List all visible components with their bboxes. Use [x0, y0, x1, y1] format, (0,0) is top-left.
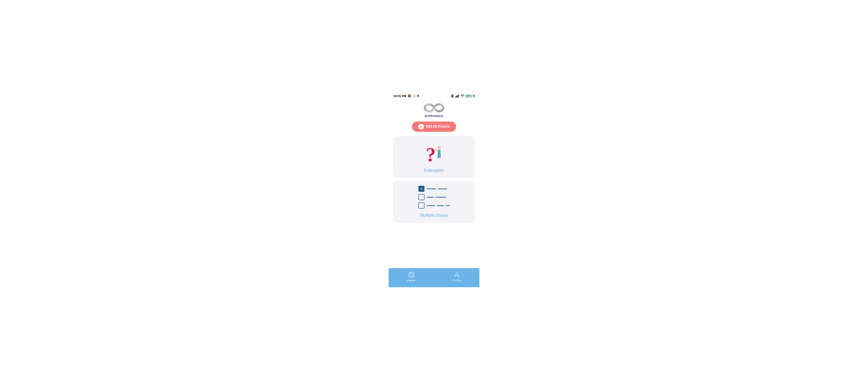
home-icon: ?: [408, 272, 414, 278]
lines-2: [427, 197, 446, 198]
svg-rect-2: [457, 95, 458, 97]
svg-rect-1: [456, 96, 457, 97]
wifi-icon: [460, 94, 465, 97]
multiple-choice-card[interactable]: Multiple choice: [393, 181, 475, 222]
logo-container: Arithmatrix: [424, 102, 444, 118]
charging-icon: [473, 94, 475, 97]
profile-icon: [454, 272, 460, 278]
svg-line-9: [435, 150, 438, 151]
checkbox-row-2: [418, 194, 450, 200]
checkbox-1: [418, 186, 425, 192]
time-display: 10:51 PM: [393, 94, 406, 98]
estimation-illustration: ?: [425, 143, 443, 165]
star-icon: ★: [418, 124, 424, 129]
estimation-label: Estimation: [424, 168, 444, 173]
signal-icon: [455, 94, 459, 97]
estimation-card[interactable]: ? Estimation: [393, 136, 475, 178]
nav-item-profile[interactable]: Profile: [434, 268, 479, 287]
checkbox-2: [418, 194, 425, 200]
nav-home-label: Home: [407, 279, 415, 282]
main-content: Arithmatrix ★ 933.00 Points ?: [389, 100, 479, 268]
estimation-icon-area: ?: [425, 142, 443, 165]
checkbox-row-1: [418, 186, 450, 192]
clipboard-icon: 📋: [412, 94, 416, 97]
svg-text:?: ?: [426, 144, 436, 165]
nav-profile-label: Profile: [453, 279, 461, 282]
dollar-icon: ₡: [417, 94, 419, 97]
status-time-area: 10:51 PM 🔕 📋 ₡: [393, 94, 419, 98]
mute-icon: 🔕: [408, 94, 411, 97]
lines-1: [427, 189, 447, 189]
points-badge[interactable]: ★ 933.00 Points: [412, 122, 456, 132]
nav-item-home[interactable]: ? Home: [389, 268, 434, 287]
svg-text:?: ?: [410, 273, 412, 277]
checkbox-3: [418, 202, 425, 209]
status-icons-right: [451, 94, 475, 98]
status-bar: 10:51 PM 🔕 📋 ₡: [389, 91, 479, 100]
infinity-logo: [424, 102, 444, 114]
phone-frame: 10:51 PM 🔕 📋 ₡: [389, 91, 479, 287]
checkbox-list: [418, 186, 450, 209]
svg-rect-0: [455, 97, 456, 97]
svg-point-12: [456, 273, 458, 275]
bluetooth-icon: [451, 94, 454, 98]
svg-point-5: [437, 146, 441, 150]
multiple-choice-icon-area: [418, 187, 450, 210]
app-name: Arithmatrix: [425, 114, 443, 118]
points-label: 933.00 Points: [426, 125, 450, 129]
svg-rect-3: [458, 94, 459, 97]
svg-rect-8: [439, 154, 440, 158]
svg-rect-6: [438, 150, 440, 154]
battery-icon: [466, 95, 472, 97]
checkbox-row-3: [418, 202, 450, 209]
svg-rect-7: [438, 154, 439, 158]
bottom-nav: ? Home Profile: [389, 268, 479, 287]
multiple-choice-label: Multiple choice: [420, 213, 448, 218]
lines-3: [427, 205, 450, 206]
